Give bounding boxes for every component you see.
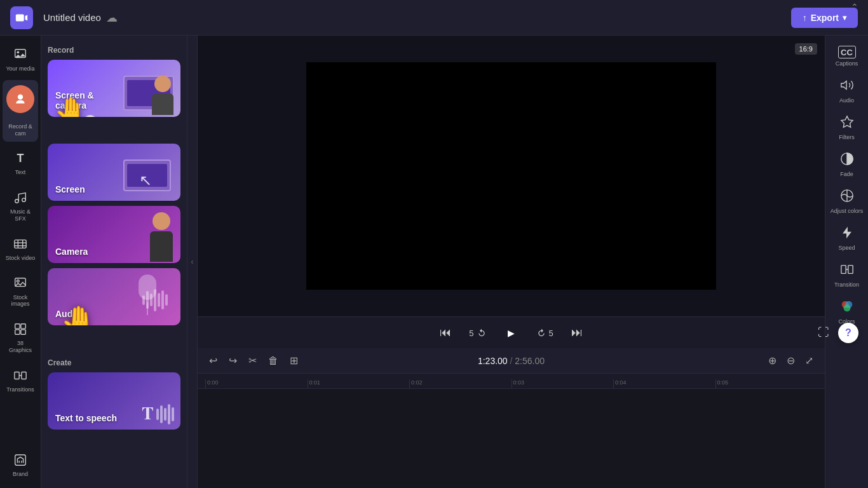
- captions-label: Captions: [836, 60, 858, 67]
- tts-wave: [156, 404, 174, 424]
- timeline-toolbar: ↩ ↪ ✂ 🗑 ⊞ 1:23.00 / 2:56.00 ⊕ ⊖ ⤢: [198, 348, 825, 374]
- sidebar-item-label-transitions: Transitions: [6, 386, 34, 393]
- rewind-button[interactable]: 5: [465, 323, 489, 342]
- screen-label: Screen: [55, 184, 85, 194]
- svg-marker-25: [841, 116, 852, 127]
- export-button[interactable]: ↑ Export ▾: [791, 8, 858, 28]
- sidebar-item-stock-video[interactable]: Stock video: [3, 230, 38, 267]
- colors-icon: [840, 299, 854, 316]
- zoom-out-button[interactable]: ⊖: [783, 352, 799, 369]
- brand-icon: [11, 451, 29, 469]
- panel-collapse-arrow[interactable]: ‹: [187, 36, 198, 488]
- create-section-label: Create: [48, 358, 180, 367]
- screen-camera-label: Screen &camera: [55, 90, 94, 111]
- current-time: 1:23.00: [478, 356, 508, 366]
- video-title[interactable]: Untitled video: [43, 12, 101, 23]
- cursor-decoration: ↖: [139, 172, 152, 189]
- sidebar-item-music-sfx[interactable]: Music & SFX: [3, 184, 38, 227]
- music-icon: [11, 189, 29, 207]
- sidebar-item-audio[interactable]: Audio: [828, 73, 866, 109]
- cloud-save-icon[interactable]: ☁: [106, 11, 118, 25]
- delete-button[interactable]: 🗑: [264, 353, 282, 369]
- fullscreen-button[interactable]: ⛶: [814, 323, 825, 342]
- camera-label: Camera: [55, 247, 88, 257]
- fit-to-screen-button[interactable]: ⤢: [801, 352, 817, 369]
- cut-button[interactable]: ✂: [245, 352, 261, 369]
- svg-rect-15: [21, 324, 25, 329]
- sidebar-item-label-stock-images: Stock images: [5, 294, 36, 308]
- ruler-mark: 0:01: [308, 379, 410, 388]
- undo-button[interactable]: ↩: [205, 352, 221, 369]
- tts-bar: [168, 404, 170, 424]
- record-card-screen-camera[interactable]: Screen &camera 🤚 1: [48, 60, 180, 117]
- sidebar-item-filters[interactable]: Filters: [828, 110, 866, 146]
- sidebar-item-transition[interactable]: Transition: [828, 257, 866, 293]
- svg-point-34: [843, 304, 850, 311]
- transitions-icon: [11, 367, 29, 384]
- sidebar-item-fade[interactable]: Fade: [828, 147, 866, 182]
- play-pause-button[interactable]: ▶: [500, 322, 523, 344]
- audio-icon: [840, 78, 854, 95]
- export-icon: ↑: [803, 13, 807, 23]
- svg-rect-0: [16, 14, 24, 21]
- redo-button[interactable]: ↪: [225, 352, 241, 369]
- record-card-screen[interactable]: Screen ↖: [48, 144, 180, 201]
- sidebar-item-brand[interactable]: Brand: [3, 446, 38, 483]
- adjust-colors-label: Adjust colors: [831, 208, 864, 214]
- fade-label: Fade: [840, 171, 853, 177]
- person-decoration-screen-cam: [150, 76, 175, 117]
- tts-bar: [164, 408, 166, 421]
- captions-icon: CC: [838, 46, 856, 58]
- stock-images-icon: [11, 274, 29, 292]
- adjust-colors-icon: [840, 189, 854, 206]
- waveform-bar: [158, 293, 160, 307]
- timeline-ruler: 0:00 0:01 0:02 0:03 0:04 0:05: [198, 374, 825, 389]
- sidebar-item-label-brand: Brand: [13, 471, 28, 478]
- transition-label: Transition: [834, 281, 859, 288]
- ruler-mark: 0:05: [715, 379, 818, 388]
- record-card-camera[interactable]: Camera: [48, 206, 180, 263]
- waveform-bar: [165, 294, 168, 306]
- sidebar-item-label-text: Text: [15, 169, 26, 176]
- sidebar-item-label-stock-video: Stock video: [6, 255, 36, 262]
- tts-bar: [160, 405, 163, 423]
- filters-label: Filters: [839, 134, 855, 140]
- svg-rect-19: [22, 372, 26, 379]
- zoom-in-button[interactable]: ⊕: [764, 352, 780, 369]
- svg-point-4: [18, 94, 23, 99]
- record-card-tts[interactable]: Text to speech 𝐓: [48, 372, 180, 430]
- sidebar-item-record[interactable]: Record & cam: [3, 80, 38, 142]
- audio-label: Audio: [55, 309, 81, 319]
- sidebar-item-stock-images[interactable]: Stock images: [3, 269, 38, 313]
- export-dropdown-arrow: ▾: [843, 13, 846, 22]
- sidebar-item-adjust-colors[interactable]: Adjust colors: [828, 184, 866, 219]
- zoom-controls: ⊕ ⊖ ⤢: [764, 352, 817, 369]
- sidebar-item-label-graphics: 38 Graphics: [5, 340, 36, 354]
- sidebar-item-your-media[interactable]: Your media: [3, 41, 38, 78]
- svg-point-13: [17, 280, 20, 282]
- skip-to-start-button[interactable]: ⏮: [436, 323, 455, 342]
- sidebar-item-transitions[interactable]: Transitions: [3, 362, 38, 398]
- transition-icon: [840, 262, 854, 280]
- waveform-bar: [150, 294, 153, 306]
- duplicate-button[interactable]: ⊞: [286, 352, 302, 369]
- fast-forward-button[interactable]: 5: [533, 323, 557, 342]
- sidebar-item-speed[interactable]: Speed: [828, 220, 866, 256]
- svg-point-5: [15, 200, 19, 203]
- camera-person: [147, 212, 175, 263]
- tts-label: Text to speech: [55, 413, 117, 423]
- sidebar-item-text[interactable]: T Text: [3, 144, 38, 181]
- time-display: 1:23.00 / 2:56.00: [478, 356, 545, 366]
- record-card-audio[interactable]: Audio 🤚 2: [48, 268, 180, 325]
- tts-bar: [156, 409, 159, 420]
- sidebar-item-captions[interactable]: CC Captions: [828, 41, 866, 72]
- svg-rect-21: [15, 455, 26, 466]
- ruler-mark: 0:02: [409, 379, 512, 388]
- text-icon: T: [11, 149, 29, 167]
- sidebar-item-graphics[interactable]: 38 Graphics: [3, 315, 38, 359]
- svg-rect-16: [15, 330, 20, 334]
- total-time: 2:56.00: [515, 356, 545, 366]
- skip-to-end-button[interactable]: ⏭: [567, 323, 587, 342]
- video-preview: 16:9: [198, 36, 825, 316]
- waveform-bar: [142, 295, 145, 305]
